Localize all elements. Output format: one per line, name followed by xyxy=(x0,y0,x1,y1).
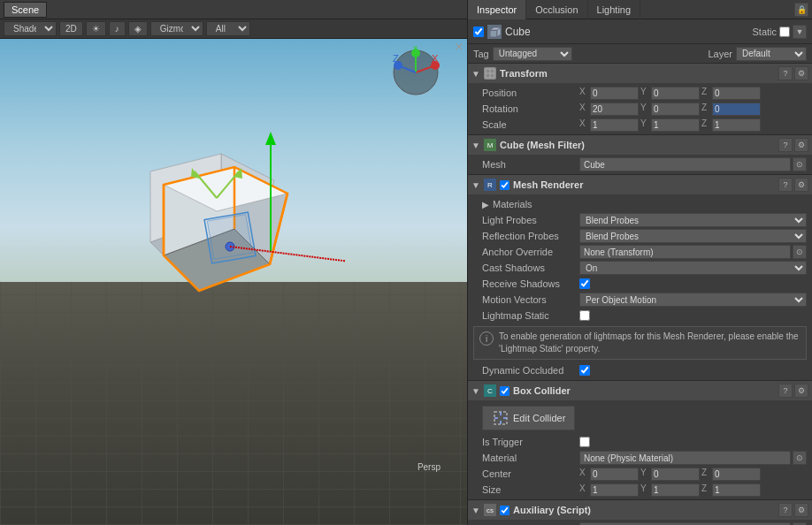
transform-settings-btn[interactable]: ⚙ xyxy=(794,66,808,80)
mesh-renderer-checkbox[interactable] xyxy=(500,180,509,190)
tab-lighting[interactable]: Lighting xyxy=(588,0,641,19)
cast-shadows-row: Cast Shadows On xyxy=(468,260,812,276)
lightmap-static-checkbox[interactable] xyxy=(579,310,590,321)
mesh-renderer-help-btn[interactable]: ? xyxy=(778,178,793,192)
box-collider-checkbox[interactable] xyxy=(500,386,509,396)
gizmos-select[interactable]: Gizmos xyxy=(150,21,203,36)
audio-button[interactable]: ♪ xyxy=(109,21,126,36)
mesh-filter-settings-btn[interactable]: ⚙ xyxy=(794,138,808,152)
sy-input[interactable] xyxy=(651,483,700,497)
cz-input[interactable] xyxy=(712,468,761,481)
auxiliary-arrow: ▼ xyxy=(471,506,480,515)
cast-shadows-label: Cast Shadows xyxy=(482,262,579,273)
dynamic-occluded-checkbox[interactable] xyxy=(579,365,590,376)
rot-y-input[interactable] xyxy=(651,103,700,116)
tab-occlusion[interactable]: Occlusion xyxy=(526,0,587,19)
collider-material-pick-btn[interactable]: ⊙ xyxy=(793,451,807,465)
edit-collider-button[interactable]: Edit Collider xyxy=(482,406,575,430)
motion-vectors-row: Motion Vectors Per Object Motion xyxy=(468,292,812,308)
static-toggle: Static ▼ xyxy=(752,25,807,39)
auxiliary-settings-btn[interactable]: ⚙ xyxy=(794,503,808,517)
scale-xyz: X Y Z xyxy=(579,118,807,132)
reflection-probes-select[interactable]: Blend Probes xyxy=(579,229,807,243)
collider-edit-icon xyxy=(492,409,509,427)
tab-inspector[interactable]: Inspector xyxy=(468,0,526,19)
position-xyz: X Y Z xyxy=(579,87,807,100)
svg-rect-12 xyxy=(207,215,252,260)
inspector-scroll[interactable]: ▼ Transform ? ⚙ Position xyxy=(468,64,812,525)
scale-y-input[interactable] xyxy=(651,118,700,132)
box-collider-header[interactable]: ▼ C Box Collider ? ⚙ xyxy=(468,381,812,400)
transform-header[interactable]: ▼ Transform ? ⚙ xyxy=(468,64,812,83)
pos-y-input[interactable] xyxy=(651,87,700,100)
pos-y-label: Y xyxy=(640,87,649,100)
rot-y-label: Y xyxy=(640,103,649,116)
all-select[interactable]: All xyxy=(206,21,250,36)
fx-button[interactable]: ◈ xyxy=(128,21,148,36)
cy-input[interactable] xyxy=(651,468,700,481)
receive-shadows-checkbox[interactable] xyxy=(579,278,590,289)
transform-help-btn[interactable]: ? xyxy=(778,66,793,80)
mesh-filter-buttons: ? ⚙ xyxy=(778,138,808,152)
2d-button[interactable]: 2D xyxy=(59,21,83,36)
pos-x-label: X xyxy=(579,87,588,100)
box-collider-settings-btn[interactable]: ⚙ xyxy=(794,384,808,398)
auxiliary-checkbox[interactable] xyxy=(500,506,509,515)
light-button[interactable]: ☀ xyxy=(86,21,106,36)
gizmo-widget[interactable]: X Y Z xyxy=(389,46,442,99)
svg-text:X: X xyxy=(432,53,439,64)
lightmap-info-text: To enable generation of lightmaps for th… xyxy=(499,331,801,355)
auxiliary-help-btn[interactable]: ? xyxy=(778,503,793,517)
sx-input[interactable] xyxy=(590,483,639,497)
object-header: Cube Static ▼ xyxy=(468,19,812,44)
pos-z-input[interactable] xyxy=(712,87,761,100)
materials-arrow-icon: ▶ xyxy=(482,200,489,209)
box-collider-icon: C xyxy=(484,384,496,397)
lock-icon-btn[interactable]: 🔒 xyxy=(794,3,808,17)
cast-shadows-select[interactable]: On xyxy=(579,261,807,275)
mesh-filter-header[interactable]: ▼ M Cube (Mesh Filter) ? ⚙ xyxy=(468,135,812,155)
box-collider-help-btn[interactable]: ? xyxy=(778,384,793,398)
mesh-filter-help-btn[interactable]: ? xyxy=(778,138,793,152)
transform-component: ▼ Transform ? ⚙ Position xyxy=(468,64,812,135)
auxiliary-component: ▼ cs Auxiliary (Script) ? ⚙ Script Auxil… xyxy=(468,500,812,525)
mesh-filter-title: Cube (Mesh Filter) xyxy=(500,140,775,150)
rot-x-input[interactable] xyxy=(590,103,639,116)
anchor-pick-btn[interactable]: ⊙ xyxy=(793,245,807,259)
light-probes-select[interactable]: Blend Probes xyxy=(579,213,807,227)
scene-tab[interactable]: Scene xyxy=(4,2,47,18)
cx-input[interactable] xyxy=(590,468,639,481)
motion-vectors-select[interactable]: Per Object Motion xyxy=(579,293,807,307)
mesh-pick-btn[interactable]: ⊙ xyxy=(793,157,807,171)
mesh-renderer-arrow: ▼ xyxy=(471,180,480,190)
reflection-probes-label: Reflection Probes xyxy=(482,231,579,241)
layer-select[interactable]: Default xyxy=(736,47,807,61)
lightmap-static-label: Lightmap Static xyxy=(482,310,579,321)
scene-viewport[interactable]: X Y Z ✕ Persp xyxy=(0,39,467,525)
mesh-renderer-component: ▼ R Mesh Renderer ? ⚙ ▶ Materials Light … xyxy=(468,175,812,381)
inspector-tab-label: Inspector xyxy=(477,4,517,15)
obj-active-checkbox[interactable] xyxy=(473,27,484,37)
transform-buttons: ? ⚙ xyxy=(778,66,808,80)
static-dropdown-btn[interactable]: ▼ xyxy=(793,25,807,39)
materials-row[interactable]: ▶ Materials xyxy=(468,196,812,212)
lighting-tab-label: Lighting xyxy=(597,4,632,15)
scale-z-input[interactable] xyxy=(712,118,761,132)
sz-input[interactable] xyxy=(712,483,761,497)
rotation-row: Rotation X Y Z xyxy=(468,101,812,117)
scale-x-input[interactable] xyxy=(590,118,639,132)
panel-icons: 🔒 xyxy=(794,3,812,17)
mesh-renderer-header[interactable]: ▼ R Mesh Renderer ? ⚙ xyxy=(468,175,812,194)
mesh-renderer-settings-btn[interactable]: ⚙ xyxy=(794,178,808,192)
shading-select[interactable]: Shaded xyxy=(4,21,57,36)
scale-z-label: Z xyxy=(701,118,710,132)
rot-z-input[interactable] xyxy=(712,103,761,116)
viewport-close-icon[interactable]: ✕ xyxy=(455,41,463,53)
auxiliary-header[interactable]: ▼ cs Auxiliary (Script) ? ⚙ xyxy=(468,500,812,520)
tag-select[interactable]: Untagged xyxy=(493,47,572,61)
mesh-row: Mesh Cube ⊙ xyxy=(468,156,812,172)
is-trigger-checkbox[interactable] xyxy=(579,437,590,447)
position-label: Position xyxy=(482,88,579,98)
static-checkbox[interactable] xyxy=(779,27,790,37)
pos-x-input[interactable] xyxy=(590,87,639,100)
